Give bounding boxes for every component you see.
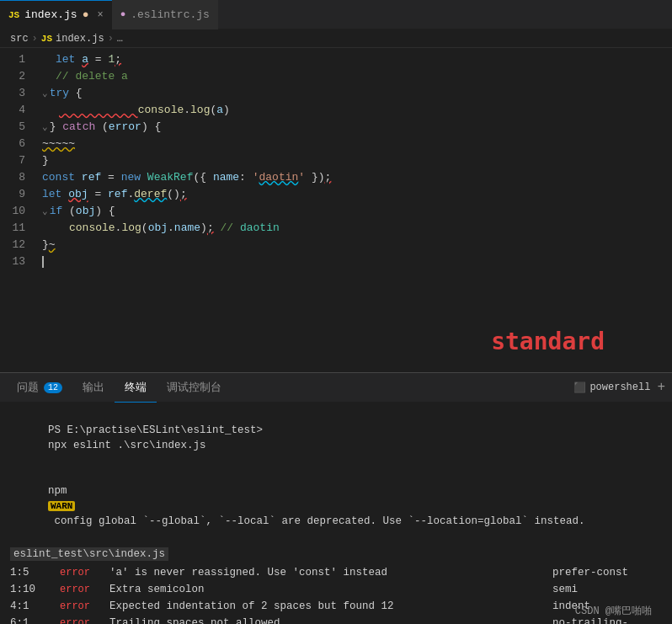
terminal-line-2: npm WARN config global `--global`, `--lo… xyxy=(10,468,662,544)
powershell-label: powershell xyxy=(589,381,650,393)
code-line-3: ⌄ try { xyxy=(42,85,665,102)
line-num-13: 13 xyxy=(0,253,25,270)
panel-problems-badge: 12 xyxy=(44,382,62,393)
tab-eslintrc[interactable]: ● .eslintrc.js xyxy=(112,0,218,29)
tab-bar: JS index.js ● × ● .eslintrc.js xyxy=(0,0,672,29)
line-num-10: 10 xyxy=(0,203,25,220)
tab-index-js[interactable]: JS index.js ● × xyxy=(0,0,112,29)
code-line-10: ⌄ if ( obj ) { xyxy=(42,203,665,220)
code-line-11: console . log ( obj . name ) ; // daotin xyxy=(42,220,665,237)
csdn-mark: CSDN @嘴巴啪啪 xyxy=(0,604,662,618)
breadcrumb-src: src xyxy=(10,33,29,45)
panel-right-controls: ⬛ powershell + xyxy=(573,380,665,395)
powershell-icon: ⬛ xyxy=(573,381,586,394)
line-numbers: 1 2 3 4 5 6 7 8 9 10 11 12 13 xyxy=(0,48,35,372)
panel-add-button[interactable]: + xyxy=(657,380,665,395)
line-num-6: 6 xyxy=(0,136,25,152)
code-content[interactable]: let a = 1 ; // delete a ⌄ try { console … xyxy=(35,48,672,372)
breadcrumb-ellipsis: … xyxy=(117,33,123,45)
code-line-2: // delete a xyxy=(42,68,665,85)
error-row-1: 1:5 error 'a' is never reassigned. Use '… xyxy=(10,564,662,581)
code-line-13 xyxy=(42,253,665,270)
code-line-8: const ref = new WeakRef ({ name : 'daoti… xyxy=(42,169,665,186)
tab-close-button[interactable]: × xyxy=(97,9,103,21)
tab-modified-dot: ● xyxy=(83,8,89,21)
js-icon: JS xyxy=(8,10,19,20)
line-num-4: 4 xyxy=(0,102,25,119)
editor-area: 1 2 3 4 5 6 7 8 9 10 11 12 13 let a = 1 … xyxy=(0,48,672,372)
line-num-3: 3 xyxy=(0,85,25,102)
watermark: standard xyxy=(491,328,605,355)
panel-tab-terminal-label: 终端 xyxy=(125,380,147,395)
code-line-9: let obj = ref . deref () ; xyxy=(42,186,665,203)
text-cursor xyxy=(42,256,44,268)
terminal-content[interactable]: PS E:\practise\ESLint\eslint_test> npx e… xyxy=(0,403,672,624)
line-num-12: 12 xyxy=(0,237,25,253)
eslint-icon: ● xyxy=(120,9,126,19)
file-header: eslint_test\src\index.js xyxy=(10,547,168,561)
line-num-1: 1 xyxy=(0,51,25,68)
panel-tab-bar: 问题 12 输出 终端 调试控制台 ⬛ powershell + xyxy=(0,373,672,403)
panel-tab-problems-label: 问题 xyxy=(17,380,39,395)
line-num-8: 8 xyxy=(0,169,25,186)
code-line-6: ~~~~~ xyxy=(42,136,665,152)
warn-badge: WARN xyxy=(48,501,75,511)
panel-tab-output-label: 输出 xyxy=(83,380,104,395)
powershell-badge: ⬛ powershell xyxy=(573,381,650,394)
error-row-2: 1:10 error Extra semicolon semi xyxy=(10,581,662,598)
tab-eslintrc-label: .eslintrc.js xyxy=(131,8,210,21)
line-num-2: 2 xyxy=(0,68,25,85)
panel-tab-debug[interactable]: 调试控制台 xyxy=(157,373,232,403)
code-line-12: } ~ xyxy=(42,237,665,253)
panel-tab-problems[interactable]: 问题 12 xyxy=(7,373,72,403)
fold-arrow-10: ⌄ xyxy=(42,203,48,220)
fold-arrow-3: ⌄ xyxy=(42,85,48,102)
tab-index-js-label: index.js xyxy=(24,8,77,21)
breadcrumb-sep2: › xyxy=(108,33,114,45)
file-header-line: eslint_test\src\index.js xyxy=(10,547,662,562)
panel-tab-debug-label: 调试控制台 xyxy=(167,380,221,395)
code-line-4: console . log ( a ) xyxy=(42,102,665,119)
code-line-7: } xyxy=(42,152,665,169)
code-line-1: let a = 1 ; xyxy=(42,51,665,68)
breadcrumb-js-icon: JS xyxy=(41,34,52,44)
breadcrumb-file: index.js xyxy=(56,33,104,45)
panel-tab-output[interactable]: 输出 xyxy=(72,373,115,403)
fold-arrow-5: ⌄ xyxy=(42,119,48,136)
panel-tab-terminal[interactable]: 终端 xyxy=(115,373,157,403)
bottom-panel: 问题 12 输出 终端 调试控制台 ⬛ powershell + PS E:\p… xyxy=(0,372,672,623)
breadcrumb-sep1: › xyxy=(32,33,38,45)
terminal-line-1: PS E:\practise\ESLint\eslint_test> npx e… xyxy=(10,408,662,468)
line-num-7: 7 xyxy=(0,152,25,169)
line-num-5: 5 xyxy=(0,119,25,136)
line-num-11: 11 xyxy=(0,220,25,237)
breadcrumb: src › JS index.js › … xyxy=(0,29,672,48)
line-num-9: 9 xyxy=(0,186,25,203)
code-line-5: ⌄ } catch ( error ) { xyxy=(42,119,665,136)
